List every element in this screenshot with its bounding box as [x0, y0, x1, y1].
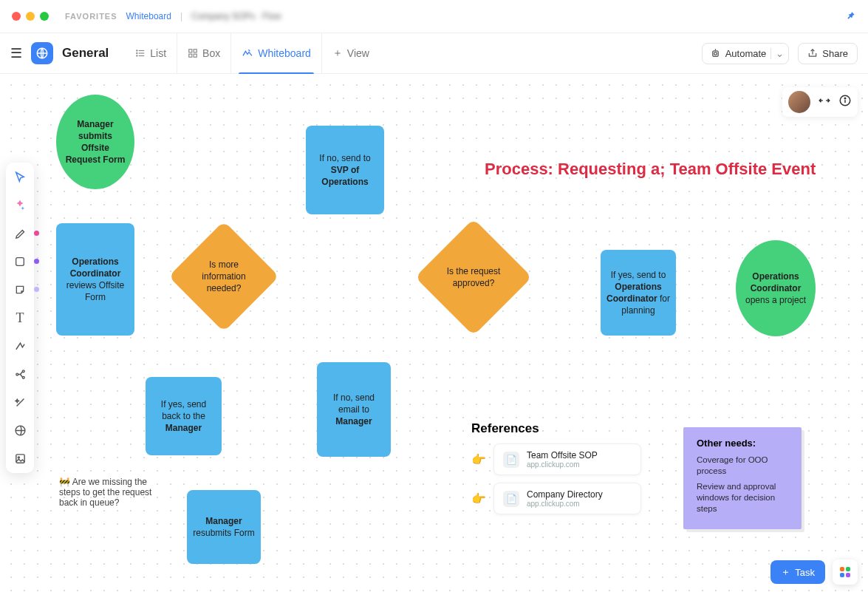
- space-name[interactable]: General: [62, 46, 109, 61]
- svg-point-4: [137, 50, 137, 51]
- svg-rect-7: [189, 50, 192, 52]
- tab-list-label: List: [150, 47, 166, 59]
- tab-list[interactable]: List: [125, 33, 177, 74]
- window-controls[interactable]: [12, 12, 49, 21]
- svg-rect-14: [16, 258, 24, 266]
- node-sendback[interactable]: If yes, send back to the Manager: [146, 377, 222, 455]
- svg-rect-19: [16, 454, 24, 462]
- plus-icon: ＋: [332, 47, 343, 60]
- needs-item: Review and approval windows for decision…: [697, 481, 788, 514]
- close-icon[interactable]: [12, 12, 21, 21]
- text-tool[interactable]: T: [10, 307, 30, 328]
- maximize-icon[interactable]: [40, 12, 49, 21]
- node-review[interactable]: Operations Coordinator reviews Offsite F…: [56, 223, 134, 336]
- svg-point-11: [714, 52, 717, 55]
- apps-button[interactable]: [833, 560, 858, 585]
- node-resubmit[interactable]: Manager resubmits Form: [187, 490, 261, 564]
- reference-card[interactable]: 📄 Team Offsite SOPapp.clickup.com: [493, 443, 641, 475]
- share-label: Share: [822, 48, 848, 59]
- needs-heading: Other needs:: [697, 438, 788, 449]
- references-heading: References: [471, 421, 641, 436]
- other-needs-sticky[interactable]: Other needs: Coverage for OOO process Re…: [683, 427, 802, 529]
- whiteboard-canvas[interactable]: T Process: Requesting a; Team Offsite Ev…: [0, 74, 868, 595]
- references-block[interactable]: References 👉 📄 Team Offsite SOPapp.click…: [471, 421, 641, 522]
- comment-sticky[interactable]: 🚧 Are we missing the steps to get the re…: [59, 477, 163, 508]
- magic-tool[interactable]: [10, 392, 30, 412]
- pin-icon[interactable]: [846, 10, 856, 23]
- menu-icon[interactable]: ☰: [10, 45, 22, 61]
- toolbox: T: [6, 163, 34, 473]
- pointing-icon: 👉: [471, 452, 486, 466]
- cursor-tool[interactable]: [10, 167, 30, 188]
- shape-tool[interactable]: [10, 251, 30, 272]
- tab-box[interactable]: Box: [177, 33, 230, 74]
- svg-rect-10: [194, 54, 197, 57]
- minimize-icon[interactable]: [26, 12, 35, 21]
- svg-point-20: [18, 457, 19, 458]
- tab-whiteboard-label: Whiteboard: [258, 47, 311, 59]
- automate-button[interactable]: Automate ⌄: [702, 43, 790, 64]
- node-noemail[interactable]: If no, send email to Manager: [317, 362, 391, 457]
- svg-point-15: [16, 373, 18, 375]
- pointing-icon: 👉: [471, 492, 486, 506]
- ai-tool[interactable]: [10, 195, 30, 216]
- connector-tool[interactable]: [10, 336, 30, 356]
- space-icon[interactable]: [31, 42, 53, 64]
- tab-whiteboard[interactable]: Whiteboard: [230, 33, 321, 74]
- plus-icon: ＋: [781, 565, 790, 579]
- embed-tool[interactable]: [10, 420, 30, 441]
- reference-row[interactable]: 👉 📄 Team Offsite SOPapp.clickup.com: [471, 443, 641, 475]
- svg-point-17: [22, 376, 24, 378]
- needs-item: Coverage for OOO process: [697, 455, 788, 477]
- mindmap-tool[interactable]: [10, 364, 30, 384]
- chevron-down-icon[interactable]: ⌄: [770, 48, 784, 59]
- node-open[interactable]: Operations Coordinator opens a project: [736, 240, 816, 336]
- canvas-bottom-controls: ＋Task: [770, 560, 858, 585]
- titlebar: FAVORITES Whiteboard | Company SOPs · Fl…: [0, 0, 868, 33]
- svg-rect-8: [194, 50, 197, 52]
- svg-rect-12: [712, 50, 718, 56]
- reference-row[interactable]: 👉 📄 Company Directoryapp.clickup.com: [471, 483, 641, 514]
- node-plan[interactable]: If yes, send to Operations Coordinator f…: [601, 250, 676, 336]
- tab-box-label: Box: [202, 47, 220, 59]
- canvas-controls: [782, 87, 858, 117]
- svg-point-16: [22, 370, 24, 372]
- node-svp[interactable]: If no, send to SVP of Operations: [306, 126, 384, 214]
- favorites-label: FAVORITES: [65, 12, 117, 21]
- avatar[interactable]: [788, 91, 810, 113]
- doc-icon: 📄: [503, 452, 519, 468]
- reference-card[interactable]: 📄 Company Directoryapp.clickup.com: [493, 483, 641, 514]
- node-start[interactable]: Manager submits Offsite Request Form: [56, 95, 134, 189]
- node-approved[interactable]: Is the request approved?: [415, 219, 532, 336]
- breadcrumb-blurred: Company SOPs · Flow: [191, 11, 281, 21]
- new-task-button[interactable]: ＋Task: [770, 560, 825, 584]
- tab-add-view[interactable]: ＋ View: [321, 33, 380, 74]
- node-moreinfo[interactable]: Is more information needed?: [168, 221, 279, 332]
- image-tool[interactable]: [10, 448, 30, 469]
- svg-point-5: [137, 52, 137, 53]
- info-icon[interactable]: [838, 94, 852, 111]
- view-bar: ☰ General List Box Whiteboard ＋ View Aut…: [0, 33, 868, 74]
- doc-icon: 📄: [503, 491, 519, 507]
- svg-rect-9: [189, 54, 192, 57]
- breadcrumb-item[interactable]: Whiteboard: [126, 11, 171, 21]
- tab-addview-label: View: [347, 47, 369, 59]
- share-button[interactable]: Share: [798, 43, 858, 64]
- fit-width-icon[interactable]: [818, 94, 831, 111]
- pen-tool[interactable]: [10, 223, 30, 244]
- automate-label: Automate: [725, 48, 767, 59]
- process-title[interactable]: Process: Requesting a; Team Offsite Even…: [485, 160, 816, 179]
- svg-point-23: [844, 98, 846, 99]
- sticky-tool[interactable]: [10, 279, 30, 300]
- svg-point-6: [137, 55, 137, 56]
